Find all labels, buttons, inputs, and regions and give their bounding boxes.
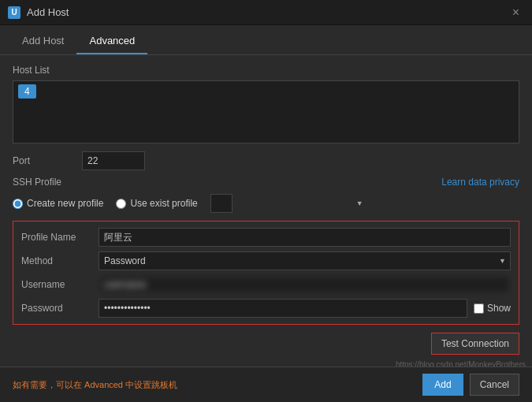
profile-name-label: Profile Name [21,232,92,243]
host-list-label: Host List [13,65,519,76]
use-exist-profile-label: Use exist profile [130,198,197,209]
cancel-button[interactable]: Cancel [470,374,519,396]
main-content: Host List 4 Port SSH Profile Learn data … [0,55,532,370]
show-checkbox-row: Show [474,303,511,314]
method-select[interactable]: Password Key Agent [99,251,511,270]
profile-name-row: Profile Name [21,228,511,247]
port-input[interactable] [82,151,145,170]
test-connection-button[interactable]: Test Connection [431,333,519,355]
password-row: Password Show [21,299,511,318]
window-title: Add Host [27,6,69,18]
create-new-profile-radio[interactable] [13,199,23,209]
host-item[interactable]: 4 [18,84,36,99]
tab-advanced[interactable]: Advanced [76,28,147,54]
profile-name-input[interactable] [99,228,511,247]
profile-box: Profile Name Method Password Key Agent U… [13,221,519,325]
ssh-profile-label: SSH Profile [13,177,61,188]
port-label: Port [13,155,76,166]
use-exist-profile-option[interactable]: Use exist profile [116,198,197,209]
create-new-profile-option[interactable]: Create new profile [13,198,103,209]
title-bar-left: U Add Host [8,6,69,19]
show-label: Show [487,303,511,314]
ssh-profile-header: SSH Profile Learn data privacy [13,177,519,188]
profile-radio-row: Create new profile Use exist profile [13,194,519,213]
host-list[interactable]: 4 [13,80,519,143]
window: U Add Host × Add Host Advanced Host List… [0,0,532,402]
use-exist-profile-radio[interactable] [116,199,126,209]
username-input[interactable] [99,275,511,294]
username-row: Username [21,275,511,294]
profile-select-wrapper [210,194,368,213]
add-button[interactable]: Add [422,374,463,396]
app-icon: U [8,6,20,19]
close-button[interactable]: × [508,4,524,21]
create-new-profile-label: Create new profile [27,198,103,209]
method-select-wrapper: Password Key Agent [99,251,511,270]
bottom-bar: 如有需要，可以在 Advanced 中设置跳板机 Add Cancel [0,367,532,402]
password-label: Password [21,303,92,314]
show-password-checkbox[interactable] [474,303,484,314]
learn-link[interactable]: Learn data privacy [441,177,519,188]
username-label: Username [21,279,92,290]
profile-select[interactable] [210,194,233,213]
tab-add-host[interactable]: Add Host [9,28,76,54]
password-input[interactable] [99,299,467,318]
method-label: Method [21,255,92,266]
method-row: Method Password Key Agent [21,251,511,270]
port-row: Port [13,151,519,170]
button-row: Add Cancel [422,374,519,396]
title-bar: U Add Host × [0,0,532,25]
tab-bar: Add Host Advanced [0,28,532,55]
bottom-link[interactable]: 如有需要，可以在 Advanced 中设置跳板机 [13,379,177,391]
